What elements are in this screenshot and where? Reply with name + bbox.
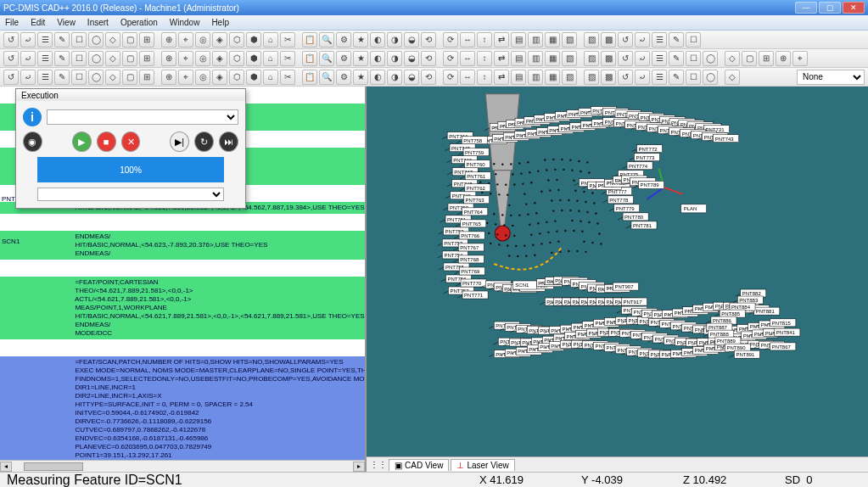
toolbar-button[interactable]: ◇ [105, 51, 120, 66]
toolbar-button[interactable]: ◇ [105, 70, 120, 85]
toolbar-button[interactable]: ◎ [195, 32, 210, 48]
toolbar-button[interactable]: ⬢ [246, 51, 261, 66]
toolbar-button[interactable]: ⟲ [421, 32, 436, 48]
toolbar-button[interactable]: ⌖ [792, 51, 808, 66]
toolbar-button[interactable]: ⬡ [229, 32, 244, 48]
toolbar-button[interactable]: ☰ [37, 51, 53, 66]
toolbar-button[interactable]: ↺ [3, 51, 19, 66]
toolbar-button[interactable]: ↕ [477, 32, 492, 48]
scroll-left-arrow[interactable]: ◂ [0, 462, 12, 472]
menu-edit[interactable]: Edit [29, 17, 47, 28]
toolbar-button[interactable]: ⤾ [20, 51, 36, 66]
toolbar-button[interactable]: ⌖ [178, 51, 193, 66]
toolbar-button[interactable]: ↺ [618, 70, 633, 85]
toolbar-button[interactable]: ◇ [105, 32, 120, 48]
toolbar-button[interactable]: ★ [353, 70, 368, 85]
toolbar-button[interactable]: ⊕ [161, 70, 176, 85]
toolbar-button[interactable]: ▩ [601, 70, 616, 85]
step-forward-button[interactable]: ▶| [170, 132, 189, 152]
scroll-thumb[interactable] [24, 462, 83, 471]
toolbar-button[interactable]: ▢ [122, 70, 137, 85]
toolbar-button[interactable]: ⇄ [494, 70, 509, 85]
menu-insert[interactable]: Insert [86, 17, 110, 28]
toolbar-button[interactable]: ⟲ [421, 70, 436, 85]
toolbar-button[interactable]: ◑ [387, 51, 402, 66]
toolbar-button[interactable]: ▧ [562, 51, 577, 66]
menu-help[interactable]: Help [210, 17, 231, 28]
toolbar-button[interactable]: ⌂ [263, 32, 278, 48]
toolbar-button[interactable]: ◈ [212, 70, 227, 85]
toolbar-button[interactable]: ⬢ [246, 32, 261, 48]
scroll-right-arrow[interactable]: ▸ [353, 462, 365, 472]
toolbar-button[interactable]: ⌖ [178, 32, 193, 48]
execution-feature-combo[interactable] [47, 109, 238, 125]
toolbar-button[interactable]: ▤ [511, 70, 526, 85]
toolbar-button[interactable]: ⌂ [263, 70, 278, 85]
toolbar-button[interactable]: ⊞ [139, 51, 154, 66]
toolbar-button[interactable]: ✎ [669, 51, 684, 66]
toolbar-button[interactable]: ◈ [212, 51, 227, 66]
toolbar-button[interactable]: ◒ [404, 70, 419, 85]
toolbar-button[interactable]: ◎ [195, 51, 210, 66]
toolbar-button[interactable]: ☰ [652, 32, 667, 48]
toolbar-button[interactable]: ⬡ [229, 70, 244, 85]
toolbar-button[interactable]: 📋 [302, 32, 317, 48]
toolbar-button[interactable]: 📋 [302, 51, 317, 66]
toolbar-button[interactable]: ☐ [686, 32, 701, 48]
toolbar-button[interactable]: ◑ [387, 32, 402, 48]
toolbar-button[interactable]: ◇ [725, 70, 740, 85]
toolbar-button[interactable]: ▦ [545, 70, 560, 85]
toolbar-button[interactable]: ⊕ [161, 32, 176, 48]
toolbar-button[interactable]: ⌂ [263, 51, 278, 66]
menu-window[interactable]: Window [168, 17, 202, 28]
toolbar-button[interactable]: ✎ [54, 51, 70, 66]
toolbar-button[interactable]: ◐ [370, 51, 385, 66]
toolbar-button[interactable]: ☐ [71, 70, 87, 85]
toolbar-button[interactable]: ★ [353, 51, 368, 66]
toolbar-button[interactable]: ▥ [528, 51, 543, 66]
toolbar-button[interactable]: ↔ [460, 32, 475, 48]
toolbar-button[interactable]: ↕ [477, 51, 492, 66]
toolbar-button[interactable]: 🔍 [319, 51, 334, 66]
toolbar-button[interactable]: ◐ [370, 32, 385, 48]
toolbar-button[interactable]: ↺ [3, 70, 19, 85]
toolbar-none-combo[interactable]: None [797, 70, 865, 85]
toolbar-button[interactable]: ☰ [652, 51, 667, 66]
menu-file[interactable]: File [3, 17, 20, 28]
rewind-button[interactable]: ◉ [23, 132, 42, 152]
toolbar-button[interactable]: 🔍 [319, 32, 334, 48]
loop-button[interactable]: ↻ [194, 132, 214, 152]
toolbar-button[interactable]: ▦ [545, 51, 560, 66]
toolbar-button[interactable]: ⤾ [635, 70, 650, 85]
toolbar-button[interactable]: ▧ [562, 32, 577, 48]
toolbar-button[interactable]: ◐ [370, 70, 385, 85]
toolbar-button[interactable]: ⌖ [178, 70, 193, 85]
toolbar-button[interactable]: ⊕ [776, 51, 791, 66]
toolbar-button[interactable]: ⤾ [635, 51, 650, 66]
toolbar-button[interactable]: ★ [353, 32, 368, 48]
toolbar-button[interactable]: ↺ [3, 32, 19, 48]
stop-button[interactable]: ■ [97, 132, 116, 152]
tab-laser-view[interactable]: ⊥ Laser View [451, 459, 514, 471]
tab-cad-view[interactable]: ▣ CAD View [389, 459, 449, 471]
toolbar-button[interactable]: ✂ [280, 32, 295, 48]
toolbar-button[interactable]: ↔ [460, 70, 475, 85]
toolbar-button[interactable]: ◯ [703, 51, 718, 66]
plan-label[interactable]: PLAN [681, 204, 707, 213]
toolbar-button[interactable]: ⟳ [443, 70, 458, 85]
toolbar-button[interactable]: ▥ [528, 70, 543, 85]
toolbar-button[interactable]: ⇄ [494, 51, 509, 66]
toolbar-button[interactable]: ▥ [528, 32, 543, 48]
toolbar-button[interactable]: ✂ [280, 70, 295, 85]
toolbar-button[interactable]: ⟳ [443, 51, 458, 66]
execution-dialog[interactable]: Execution i ◉ ▶ ■ ✕ ▶| ↻ ⏭ [15, 88, 246, 209]
toolbar-button[interactable]: ▤ [511, 32, 526, 48]
toolbar-button[interactable]: 🔍 [319, 70, 334, 85]
toolbar-button[interactable]: ⚙ [336, 51, 351, 66]
toolbar-button[interactable]: ◒ [404, 32, 419, 48]
toolbar-button[interactable]: ☰ [37, 70, 53, 85]
toolbar-button[interactable]: ▦ [545, 32, 560, 48]
toolbar-button[interactable]: ⤾ [20, 32, 36, 48]
toolbar-button[interactable]: ✎ [54, 70, 70, 85]
toolbar-button[interactable]: ⇄ [494, 32, 509, 48]
